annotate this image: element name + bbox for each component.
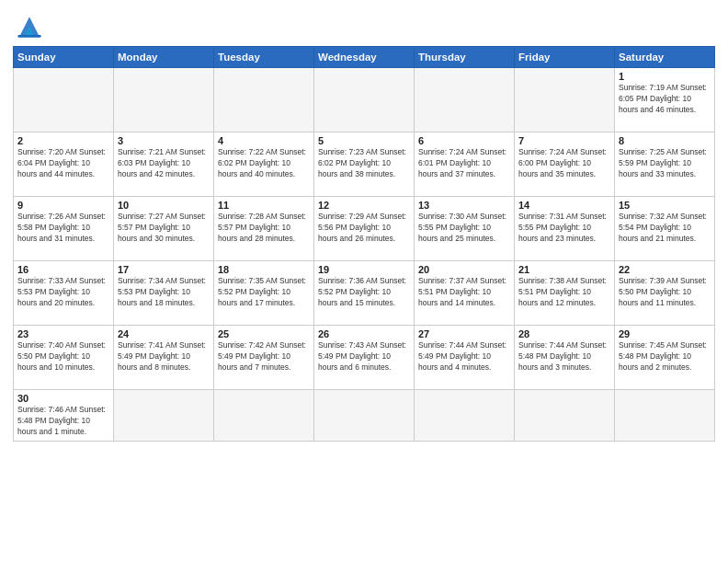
day-number: 2	[17, 135, 109, 146]
calendar-cell: 2Sunrise: 7:20 AM Sunset: 6:04 PM Daylig…	[14, 132, 114, 197]
day-number: 11	[218, 200, 310, 211]
day-number: 21	[518, 264, 610, 275]
col-monday: Monday	[114, 47, 214, 68]
day-number: 3	[118, 135, 210, 146]
calendar-cell: 21Sunrise: 7:38 AM Sunset: 5:51 PM Dayli…	[515, 261, 615, 326]
day-number: 18	[218, 264, 310, 275]
col-sunday: Sunday	[14, 47, 114, 68]
calendar-cell	[415, 68, 515, 132]
calendar-cell: 5Sunrise: 7:23 AM Sunset: 6:02 PM Daylig…	[314, 132, 415, 197]
day-number: 20	[418, 264, 510, 275]
calendar-body: 1Sunrise: 7:19 AM Sunset: 6:05 PM Daylig…	[14, 68, 715, 442]
day-number: 25	[218, 328, 310, 339]
day-number: 15	[619, 200, 711, 211]
day-number: 8	[619, 135, 711, 146]
calendar-cell: 17Sunrise: 7:34 AM Sunset: 5:53 PM Dayli…	[114, 261, 214, 326]
day-info: Sunrise: 7:41 AM Sunset: 5:49 PM Dayligh…	[118, 340, 210, 373]
calendar-cell	[515, 68, 615, 132]
day-info: Sunrise: 7:44 AM Sunset: 5:48 PM Dayligh…	[518, 340, 610, 373]
col-thursday: Thursday	[415, 47, 515, 68]
day-number: 17	[118, 264, 210, 275]
day-info: Sunrise: 7:37 AM Sunset: 5:51 PM Dayligh…	[418, 276, 510, 309]
calendar-cell	[214, 68, 314, 132]
calendar-cell: 1Sunrise: 7:19 AM Sunset: 6:05 PM Daylig…	[615, 68, 715, 132]
day-info: Sunrise: 7:42 AM Sunset: 5:49 PM Dayligh…	[218, 340, 310, 373]
day-number: 10	[118, 200, 210, 211]
calendar-cell: 30Sunrise: 7:46 AM Sunset: 5:48 PM Dayli…	[14, 390, 114, 442]
col-tuesday: Tuesday	[214, 47, 314, 68]
calendar-cell: 18Sunrise: 7:35 AM Sunset: 5:52 PM Dayli…	[214, 261, 314, 326]
calendar-cell: 6Sunrise: 7:24 AM Sunset: 6:01 PM Daylig…	[415, 132, 515, 197]
day-number: 22	[619, 264, 711, 275]
calendar-cell: 11Sunrise: 7:28 AM Sunset: 5:57 PM Dayli…	[214, 197, 314, 261]
calendar-cell: 7Sunrise: 7:24 AM Sunset: 6:00 PM Daylig…	[515, 132, 615, 197]
logo-icon	[13, 13, 46, 40]
calendar-cell	[114, 68, 214, 132]
day-number: 13	[418, 200, 510, 211]
calendar-cell: 13Sunrise: 7:30 AM Sunset: 5:55 PM Dayli…	[415, 197, 515, 261]
day-number: 12	[318, 200, 410, 211]
day-number: 5	[318, 135, 410, 146]
calendar-cell	[14, 68, 114, 132]
day-number: 30	[17, 393, 109, 404]
calendar-cell: 14Sunrise: 7:31 AM Sunset: 5:55 PM Dayli…	[515, 197, 615, 261]
day-number: 29	[619, 328, 711, 339]
day-number: 7	[518, 135, 610, 146]
day-info: Sunrise: 7:28 AM Sunset: 5:57 PM Dayligh…	[218, 212, 310, 245]
day-info: Sunrise: 7:31 AM Sunset: 5:55 PM Dayligh…	[518, 212, 610, 245]
day-number: 19	[318, 264, 410, 275]
day-info: Sunrise: 7:24 AM Sunset: 6:00 PM Dayligh…	[518, 147, 610, 180]
day-number: 23	[17, 328, 109, 339]
calendar-cell: 25Sunrise: 7:42 AM Sunset: 5:49 PM Dayli…	[214, 326, 314, 390]
col-friday: Friday	[515, 47, 615, 68]
day-info: Sunrise: 7:32 AM Sunset: 5:54 PM Dayligh…	[619, 212, 711, 245]
calendar-cell: 24Sunrise: 7:41 AM Sunset: 5:49 PM Dayli…	[114, 326, 214, 390]
day-info: Sunrise: 7:34 AM Sunset: 5:53 PM Dayligh…	[118, 276, 210, 309]
day-number: 27	[418, 328, 510, 339]
weekday-row: Sunday Monday Tuesday Wednesday Thursday…	[14, 47, 715, 68]
calendar-cell: 23Sunrise: 7:40 AM Sunset: 5:50 PM Dayli…	[14, 326, 114, 390]
day-number: 6	[418, 135, 510, 146]
calendar-cell: 10Sunrise: 7:27 AM Sunset: 5:57 PM Dayli…	[114, 197, 214, 261]
day-info: Sunrise: 7:36 AM Sunset: 5:52 PM Dayligh…	[318, 276, 410, 309]
col-wednesday: Wednesday	[314, 47, 415, 68]
day-info: Sunrise: 7:24 AM Sunset: 6:01 PM Dayligh…	[418, 147, 510, 180]
day-info: Sunrise: 7:35 AM Sunset: 5:52 PM Dayligh…	[218, 276, 310, 309]
day-info: Sunrise: 7:26 AM Sunset: 5:58 PM Dayligh…	[17, 212, 109, 245]
calendar-cell: 19Sunrise: 7:36 AM Sunset: 5:52 PM Dayli…	[314, 261, 415, 326]
calendar-cell: 28Sunrise: 7:44 AM Sunset: 5:48 PM Dayli…	[515, 326, 615, 390]
day-info: Sunrise: 7:22 AM Sunset: 6:02 PM Dayligh…	[218, 147, 310, 180]
calendar-cell: 15Sunrise: 7:32 AM Sunset: 5:54 PM Dayli…	[615, 197, 715, 261]
day-number: 16	[17, 264, 109, 275]
day-info: Sunrise: 7:27 AM Sunset: 5:57 PM Dayligh…	[118, 212, 210, 245]
calendar: Sunday Monday Tuesday Wednesday Thursday…	[13, 46, 715, 442]
day-info: Sunrise: 7:25 AM Sunset: 5:59 PM Dayligh…	[619, 147, 711, 180]
day-number: 14	[518, 200, 610, 211]
calendar-cell: 16Sunrise: 7:33 AM Sunset: 5:53 PM Dayli…	[14, 261, 114, 326]
calendar-cell: 27Sunrise: 7:44 AM Sunset: 5:49 PM Dayli…	[415, 326, 515, 390]
calendar-cell: 3Sunrise: 7:21 AM Sunset: 6:03 PM Daylig…	[114, 132, 214, 197]
calendar-cell	[314, 390, 415, 442]
calendar-cell	[314, 68, 415, 132]
day-info: Sunrise: 7:20 AM Sunset: 6:04 PM Dayligh…	[17, 147, 109, 180]
day-info: Sunrise: 7:38 AM Sunset: 5:51 PM Dayligh…	[518, 276, 610, 309]
calendar-cell	[615, 390, 715, 442]
svg-rect-2	[17, 35, 40, 38]
day-info: Sunrise: 7:40 AM Sunset: 5:50 PM Dayligh…	[17, 340, 109, 373]
day-number: 26	[318, 328, 410, 339]
day-info: Sunrise: 7:44 AM Sunset: 5:49 PM Dayligh…	[418, 340, 510, 373]
day-info: Sunrise: 7:19 AM Sunset: 6:05 PM Dayligh…	[619, 83, 711, 116]
calendar-cell	[214, 390, 314, 442]
day-info: Sunrise: 7:23 AM Sunset: 6:02 PM Dayligh…	[318, 147, 410, 180]
day-number: 9	[17, 200, 109, 211]
logo	[13, 13, 50, 40]
header	[13, 9, 715, 40]
calendar-cell	[415, 390, 515, 442]
calendar-cell: 26Sunrise: 7:43 AM Sunset: 5:49 PM Dayli…	[314, 326, 415, 390]
calendar-header: Sunday Monday Tuesday Wednesday Thursday…	[14, 47, 715, 68]
calendar-cell	[515, 390, 615, 442]
day-info: Sunrise: 7:43 AM Sunset: 5:49 PM Dayligh…	[318, 340, 410, 373]
calendar-cell: 9Sunrise: 7:26 AM Sunset: 5:58 PM Daylig…	[14, 197, 114, 261]
day-info: Sunrise: 7:30 AM Sunset: 5:55 PM Dayligh…	[418, 212, 510, 245]
calendar-cell: 20Sunrise: 7:37 AM Sunset: 5:51 PM Dayli…	[415, 261, 515, 326]
